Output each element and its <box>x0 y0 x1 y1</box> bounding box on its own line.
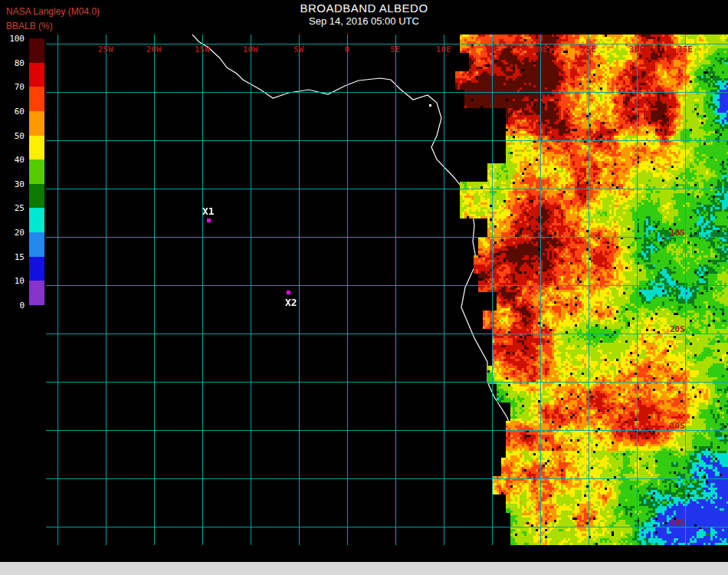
legend-tick-label: 40 <box>5 155 25 165</box>
marker-point-x1 <box>207 219 211 222</box>
legend-tick-label: 50 <box>5 131 25 141</box>
legend-tick-label: 30 <box>5 179 25 189</box>
legend-tick-label: 70 <box>5 82 25 92</box>
footer-bar: MT10 BROADBAND ALBEDO SEP 14, 2016 05:00… <box>0 562 728 575</box>
legend-tick-label: 25 <box>5 203 25 213</box>
legend-tick-label: 20 <box>5 228 25 238</box>
marker-label-x2: X2 <box>285 297 297 308</box>
legend-segment <box>29 159 44 184</box>
albedo-map-page: NASA Langley (M04.0) BBALB (%) BROADBAND… <box>0 0 728 575</box>
legend-segment <box>29 87 44 111</box>
legend-segment <box>29 111 44 136</box>
legend-segment <box>29 281 44 305</box>
page-subtitle: Sep 14, 2016 05:00 UTC <box>0 15 728 27</box>
map-area: 25W20W15W10W5W05E10E15E20E25E30E35E 10S2… <box>46 34 728 545</box>
legend-segment <box>29 232 44 257</box>
marker-label-x1: X1 <box>202 205 215 217</box>
legend-tick-label: 10 <box>5 276 25 286</box>
legend-segment <box>29 38 44 63</box>
color-bar <box>29 38 44 305</box>
site-markers: X1X2 <box>46 34 728 545</box>
marker-point-x2 <box>287 291 290 294</box>
legend-segment <box>29 184 44 209</box>
legend-segment <box>29 63 44 87</box>
legend-tick-label: 0 <box>5 301 25 310</box>
legend-tick-label: 15 <box>5 252 25 262</box>
page-title: BROADBAND ALBEDO <box>0 2 728 15</box>
legend-segment <box>29 208 44 232</box>
legend-tick-label: 60 <box>5 107 25 117</box>
legend-tick-label: 100 <box>5 34 25 44</box>
legend-tick-label: 80 <box>5 58 25 68</box>
legend-segment <box>29 136 44 160</box>
legend-segment <box>29 257 44 281</box>
